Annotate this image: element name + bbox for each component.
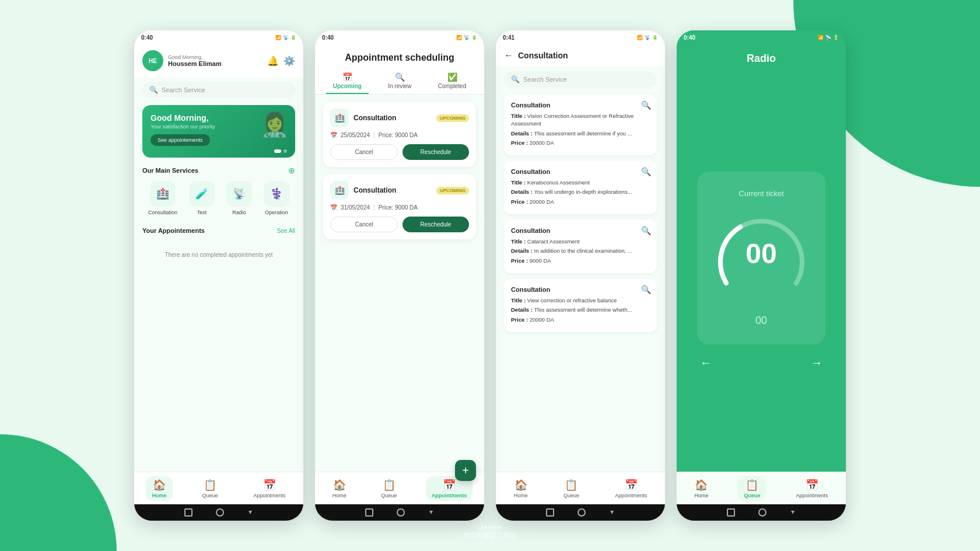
nav-home-1[interactable]: 🏠 Home: [146, 476, 172, 501]
nav-queue-4[interactable]: 📋 Queue: [738, 476, 766, 501]
s2-content: Appointment scheduling 📅 Upcoming 🔍 In r…: [315, 44, 484, 472]
queue-icon: 📋: [204, 479, 216, 491]
add-service-icon[interactable]: ⊕: [288, 166, 295, 175]
consult-field-price-4: Price : 20000 DA: [511, 316, 650, 323]
tab-upcoming[interactable]: 📅 Upcoming: [326, 70, 369, 94]
consultation-card-1[interactable]: 🔍 Consultation Title : Vision Correction…: [504, 95, 657, 155]
s4-title-area: Radio: [677, 44, 846, 69]
details-value-2: You will undergo in-depth explorations..…: [534, 189, 632, 195]
nav-appointments-4[interactable]: 📅 Appointments: [790, 476, 834, 501]
s1-search-placeholder: Search Service: [162, 86, 205, 93]
ticket-label: Current ticket: [738, 189, 783, 198]
consultation-card-2[interactable]: 🔍 Consultation Title : Keratoconus Asses…: [504, 161, 657, 214]
see-all-link[interactable]: See All: [277, 228, 295, 234]
consult-title-3: Consultation: [511, 227, 650, 234]
status-icons-4: 📶 📡 🔋: [818, 35, 839, 40]
consult-field-price-2: Price : 20000 DA: [511, 198, 650, 205]
banner-dots: [274, 149, 287, 153]
status-time-4: 0:40: [684, 34, 695, 41]
status-time-1: 0:40: [141, 34, 153, 41]
service-consultation[interactable]: 🏥 Consultation: [148, 181, 177, 215]
s1-user-name: Houssem Elimam: [168, 60, 267, 67]
consultation-card-4[interactable]: 🔍 Consultation Title : View correction o…: [504, 279, 657, 332]
consult-title-4: Consultation: [511, 286, 650, 293]
appointments-label: Appointments: [253, 493, 285, 498]
nav-home-3[interactable]: 🏠 Home: [508, 476, 534, 501]
consult-field-title-2: Title : Keratoconus Assessment: [511, 179, 650, 186]
appointments-icon-2: 📅: [443, 479, 456, 491]
consult-field-details-3: Details : In addition to the clinical ex…: [511, 247, 650, 254]
s3-search-bar[interactable]: 🔍 Search Service: [504, 71, 657, 88]
dot-1: [274, 149, 281, 153]
tab-completed[interactable]: ✅ Completed: [431, 70, 473, 94]
card2-type-icon: 🏥: [330, 181, 349, 200]
signal-icon-3: 📶: [637, 35, 643, 40]
wifi-icon-2: 📡: [464, 35, 470, 40]
nav-appointments-3[interactable]: 📅 Appointments: [609, 476, 653, 501]
reschedule-button-1[interactable]: Reschedule: [402, 144, 469, 160]
price-label-2: Price :: [511, 198, 528, 205]
title-value-4: View correction or refractive balance: [527, 297, 617, 304]
calendar-icon-2: 📅: [330, 204, 337, 211]
s2-card1-header: 🏥 Consultation UPCOMING: [330, 109, 469, 127]
nav-appointments-1[interactable]: 📅 Appointments: [247, 476, 291, 501]
nav-queue-1[interactable]: 📋 Queue: [196, 476, 223, 501]
android-square-2: [365, 508, 373, 517]
consult-field-price-1: Price : 20000 DA: [511, 139, 650, 147]
prev-arrow[interactable]: ←: [700, 356, 712, 369]
s1-nav-bar: 🏠 Home 📋 Queue 📅 Appointments: [134, 472, 303, 504]
s1-services-title: Our Main Services: [142, 167, 198, 174]
fab-add-button[interactable]: +: [455, 460, 476, 472]
in-review-label: In review: [388, 83, 411, 89]
tab-in-review[interactable]: 🔍 In review: [381, 70, 418, 94]
service-operation[interactable]: ⚕️ Operation: [264, 181, 289, 215]
details-label-2: Details :: [511, 189, 533, 195]
card1-type-icon: 🏥: [330, 109, 349, 127]
nav-queue-2[interactable]: 📋 Queue: [375, 476, 402, 501]
wifi-icon-4: 📡: [825, 35, 831, 40]
cancel-button-1[interactable]: Cancel: [330, 144, 398, 160]
signal-icon-2: 📶: [456, 35, 462, 40]
nav-home-2[interactable]: 🏠 Home: [327, 476, 352, 501]
service-radio[interactable]: 📡 Radio: [226, 181, 252, 215]
queue-label-3: Queue: [564, 493, 579, 498]
back-button[interactable]: ←: [504, 50, 513, 61]
details-value-1: This assessment will determine if you ..…: [534, 130, 632, 137]
consultation-card-3[interactable]: 🔍 Consultation Title : Cataract Assessme…: [504, 220, 657, 273]
ticket-number-container: 00: [746, 240, 776, 268]
s4-gauge: 00: [715, 207, 808, 301]
queue-label-2: Queue: [381, 493, 397, 498]
s2-card1-actions: Cancel Reschedule: [330, 144, 469, 160]
title-label-3: Title :: [511, 238, 526, 245]
nav-queue-3[interactable]: 📋 Queue: [558, 476, 585, 501]
notification-icon[interactable]: 🔔: [267, 55, 279, 67]
wifi-icon-3: 📡: [645, 35, 650, 40]
appointments-icon-3: 📅: [625, 479, 638, 491]
s4-ticket-card: Current ticket 00 00: [697, 172, 825, 344]
cancel-button-2[interactable]: Cancel: [330, 217, 398, 232]
divider-2: |: [373, 204, 375, 211]
status-bar-1: 0:40 📶 📡 🔋: [134, 30, 303, 44]
next-arrow[interactable]: →: [811, 356, 822, 369]
card2-badge: UPCOMING: [436, 187, 469, 194]
title-value-2: Keratoconus Assessment: [527, 179, 590, 186]
status-time-3: 0:41: [503, 34, 514, 41]
android-bar-1: ▲: [134, 504, 303, 521]
see-appointments-button[interactable]: See appointements: [150, 134, 210, 146]
upcoming-label: Upcoming: [333, 83, 362, 89]
title-value-1: Vision Correction Assessment or Refracti…: [511, 113, 634, 127]
consult-field-title-1: Title : Vision Correction Assessment or …: [511, 112, 650, 128]
reschedule-button-2[interactable]: Reschedule: [402, 217, 469, 232]
home-icon-2: 🏠: [333, 479, 346, 491]
consult-field-details-4: Details : This assessment will determine…: [511, 306, 650, 313]
s1-search-bar[interactable]: 🔍 Search Service: [142, 82, 295, 98]
service-test[interactable]: 🧪 Test: [189, 181, 215, 215]
queue-label-4: Queue: [744, 493, 760, 498]
s3-consultation-list: 🔍 Consultation Title : Vision Correction…: [496, 92, 665, 472]
s2-card2-date: 📅 31/05/2024 | Price: 9000 DA: [330, 204, 469, 211]
nav-home-4[interactable]: 🏠 Home: [688, 476, 714, 501]
settings-icon[interactable]: ⚙️: [284, 55, 295, 67]
screen4-radio: 0:40 📶 📡 🔋 Radio Current ticket: [677, 30, 846, 521]
queue-icon-4: 📋: [746, 479, 758, 491]
appointments-label-3: Appointments: [615, 493, 647, 498]
